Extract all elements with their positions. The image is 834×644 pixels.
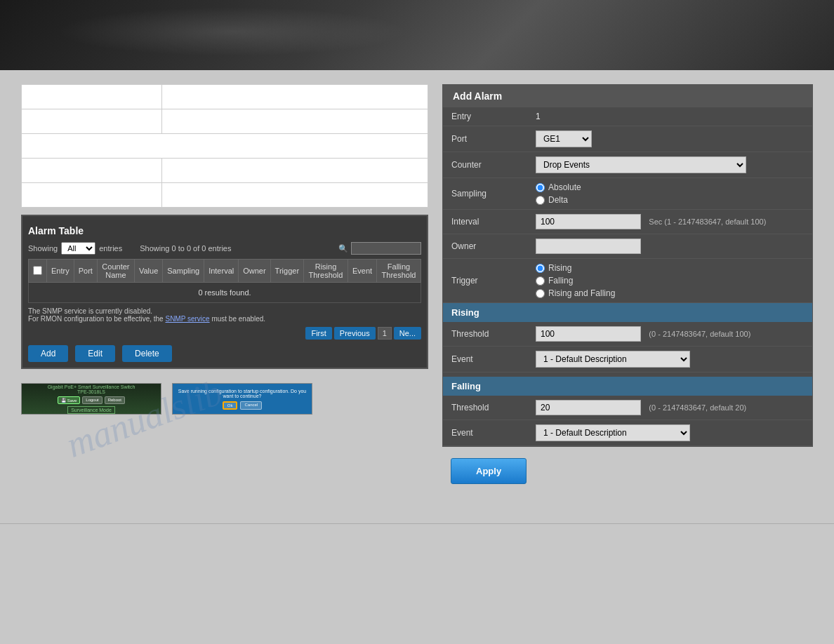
edit-button[interactable]: Edit xyxy=(75,345,115,362)
trigger-falling-radio[interactable] xyxy=(536,276,545,286)
alarm-footer: The SNMP service is currently disabled. … xyxy=(28,307,421,323)
owner-row: Owner xyxy=(443,234,812,259)
entries-select[interactable]: All 10 25 50 100 xyxy=(61,242,95,255)
device-buttons: 💾 Save Logout Reboot xyxy=(58,396,125,404)
add-alarm-header: Add Alarm xyxy=(443,85,812,107)
falling-threshold-label: Threshold xyxy=(443,396,527,420)
col-owner: Owner xyxy=(239,260,270,283)
entry-row: Entry 1 xyxy=(443,107,812,126)
trigger-rising-label[interactable]: Rising xyxy=(536,263,804,273)
sampling-delta-text: Delta xyxy=(548,195,568,205)
nav-cell xyxy=(22,183,162,208)
sampling-absolute-radio[interactable] xyxy=(536,183,545,192)
showing-label: Showing xyxy=(28,244,58,253)
col-trigger: Trigger xyxy=(270,260,303,283)
no-results-row: 0 results found. xyxy=(29,283,421,303)
port-row: Port GE1 GE2 GE3 GE4 GE5 GE6 GE7 GE8 xyxy=(443,126,812,152)
col-checkbox xyxy=(29,260,47,283)
apply-button[interactable]: Apply xyxy=(451,458,527,484)
add-alarm-form: Entry 1 Port GE1 GE2 GE3 GE4 GE5 GE6 GE7 xyxy=(443,107,812,303)
falling-threshold-input[interactable] xyxy=(536,400,641,415)
falling-threshold-hint: (0 - 2147483647, default 20) xyxy=(649,403,746,412)
trigger-rising-falling-radio[interactable] xyxy=(536,289,545,298)
interval-label: Interval xyxy=(443,210,527,234)
falling-event-row: Event 1 - Default Description 2 - Custom… xyxy=(443,420,812,446)
showing-count: Showing 0 to 0 of 0 entries xyxy=(140,244,231,253)
alarm-table-section: Alarm Table Showing All 10 25 50 100 ent… xyxy=(21,215,428,369)
device-mode: Surveillance Mode xyxy=(67,406,115,414)
col-counter-name: Counter Name xyxy=(97,260,134,283)
col-counter-value: Value xyxy=(134,260,162,283)
sampling-row: Sampling Absolute Delta xyxy=(443,178,812,210)
device-logout-btn[interactable]: Logout xyxy=(82,396,102,404)
alarm-data-table: Entry Port Counter Name Value Sampling I… xyxy=(28,259,421,303)
trigger-row: Trigger Rising Falling xyxy=(443,259,812,303)
header-banner xyxy=(0,0,834,70)
sampling-radio-group: Absolute Delta xyxy=(536,182,804,205)
right-panel: Add Alarm Entry 1 Port GE1 GE2 GE3 GE4 G… xyxy=(442,84,813,495)
col-rising-threshold: Rising Threshold xyxy=(304,260,348,283)
dialog-ok-btn[interactable]: Ok xyxy=(223,401,238,410)
add-alarm-section: Add Alarm Entry 1 Port GE1 GE2 GE3 GE4 G… xyxy=(442,84,813,447)
falling-section-header: Falling xyxy=(443,377,812,396)
select-all-checkbox[interactable] xyxy=(33,266,42,275)
rising-event-select[interactable]: 1 - Default Description 2 - Custom Event xyxy=(536,351,690,368)
trigger-rising-falling-text: Rising and Falling xyxy=(548,288,615,298)
col-sampling: Sampling xyxy=(163,260,204,283)
falling-form: Threshold (0 - 2147483647, default 20) E… xyxy=(443,396,812,446)
nav-cell xyxy=(162,85,428,109)
nav-cell xyxy=(22,109,162,134)
sampling-delta-label[interactable]: Delta xyxy=(536,195,804,205)
rising-form: Threshold (0 - 2147483647, default 100) … xyxy=(443,322,812,373)
device-thumbnail: Gigabit PoE+ Smart Surveillance Switch T… xyxy=(21,383,161,415)
rmon-notice: For RMON configuration to be effective, … xyxy=(28,315,164,323)
falling-event-label: Event xyxy=(443,420,527,446)
rising-event-label: Event xyxy=(443,347,527,373)
search-input[interactable] xyxy=(351,242,421,255)
previous-button[interactable]: Previous xyxy=(334,327,376,340)
rising-threshold-input[interactable] xyxy=(536,326,641,342)
device-title-line2: TPE-3018LS xyxy=(77,389,105,394)
sampling-delta-radio[interactable] xyxy=(536,196,545,205)
rising-threshold-label: Threshold xyxy=(443,322,527,347)
device-save-btn[interactable]: 💾 Save xyxy=(58,396,80,404)
nav-cell xyxy=(22,159,162,183)
rising-section-header: Rising xyxy=(443,303,812,322)
trigger-falling-label[interactable]: Falling xyxy=(536,276,804,286)
nav-cell xyxy=(162,159,428,183)
sampling-absolute-label[interactable]: Absolute xyxy=(536,182,804,192)
trigger-label: Trigger xyxy=(443,259,527,303)
trigger-rising-radio[interactable] xyxy=(536,264,545,273)
counter-row: Counter Drop Events Octets Packets Broad… xyxy=(443,152,812,178)
trigger-falling-text: Falling xyxy=(548,276,573,286)
counter-select[interactable]: Drop Events Octets Packets Broadcast Pac… xyxy=(536,156,746,173)
interval-input[interactable] xyxy=(536,214,641,229)
dialog-message: Save running configuration to startup co… xyxy=(176,389,308,398)
rising-threshold-row: Threshold (0 - 2147483647, default 100) xyxy=(443,322,812,347)
trigger-radio-group: Rising Falling Rising and Falling xyxy=(536,263,804,298)
delete-button[interactable]: Delete xyxy=(122,345,172,362)
rmon-suffix: must be enabled. xyxy=(211,315,265,323)
nav-cell xyxy=(162,109,428,134)
owner-input[interactable] xyxy=(536,239,641,254)
port-select[interactable]: GE1 GE2 GE3 GE4 GE5 GE6 GE7 GE8 xyxy=(536,130,592,147)
pagination: First Previous 1 Ne... xyxy=(28,327,421,340)
nav-cell xyxy=(22,85,162,109)
col-falling-threshold: Falling Threshold xyxy=(377,260,421,283)
add-button[interactable]: Add xyxy=(28,345,68,362)
rmon-link[interactable]: SNMP service xyxy=(165,315,209,323)
no-results-text: 0 results found. xyxy=(29,283,421,303)
device-reboot-btn[interactable]: Reboot xyxy=(105,396,125,404)
sampling-label: Sampling xyxy=(443,178,527,210)
col-rising-event: Event xyxy=(348,260,376,283)
trigger-rising-falling-label[interactable]: Rising and Falling xyxy=(536,288,804,298)
alarm-controls-left: Showing All 10 25 50 100 entries Showing… xyxy=(28,242,231,255)
dialog-cancel-btn[interactable]: Cancel xyxy=(240,401,262,410)
entry-label: Entry xyxy=(443,107,527,126)
rising-threshold-hint: (0 - 2147483647, default 100) xyxy=(649,330,750,338)
falling-event-select[interactable]: 1 - Default Description 2 - Custom Event xyxy=(536,424,690,441)
entry-value: 1 xyxy=(527,107,812,126)
alarm-table-title: Alarm Table xyxy=(28,222,421,242)
first-button[interactable]: First xyxy=(305,327,331,340)
next-button[interactable]: Ne... xyxy=(394,327,421,340)
